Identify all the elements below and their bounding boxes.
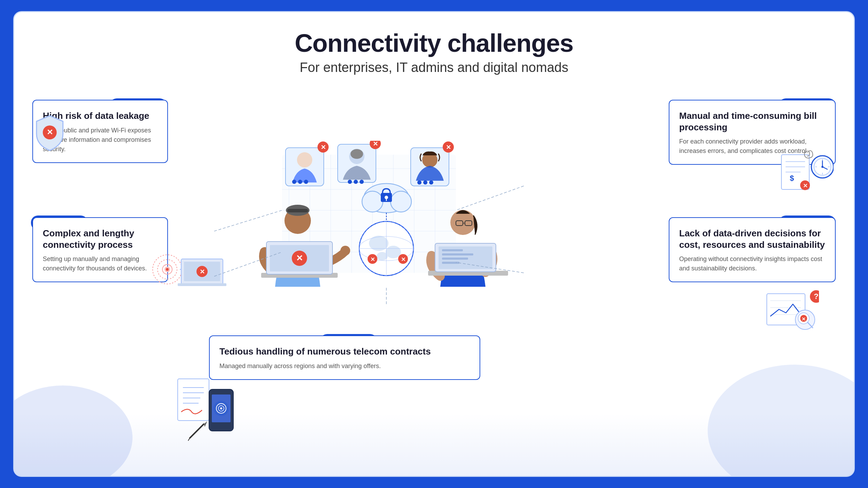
svg-point-80	[360, 180, 364, 184]
svg-rect-126	[442, 253, 473, 255]
svg-point-103	[385, 196, 388, 199]
svg-text:✕: ✕	[446, 144, 451, 151]
svg-rect-13	[178, 379, 209, 421]
svg-line-26	[188, 438, 190, 441]
challenge-2-desc: Setting up manually and managing connect…	[43, 254, 158, 273]
svg-point-69	[297, 152, 312, 168]
challenge-3-box: Tedious handling of numerous telecom con…	[209, 335, 480, 380]
page-title: Connectivity challenges	[295, 29, 573, 57]
challenge-3-desc: Managed manually across regions and with…	[219, 361, 470, 371]
svg-text:✕: ✕	[47, 128, 53, 137]
svg-point-72	[292, 180, 296, 184]
bill-clock-illustration: $ ✕	[778, 148, 834, 194]
challenge-2-title: Complex and lengthy connectivity process	[43, 228, 158, 250]
center-illustration: ✕ ✕	[212, 141, 525, 308]
challenge-4-desc: Operating without connectivity insights …	[679, 254, 825, 273]
challenge-4-title: Lack of data-driven decisions for cost, …	[679, 228, 825, 250]
svg-point-85	[417, 180, 421, 185]
shield-illustration: ✕	[32, 113, 67, 155]
svg-point-86	[423, 180, 427, 185]
svg-point-73	[298, 180, 302, 184]
header: Connectivity challenges For enterprises,…	[295, 12, 573, 75]
svg-point-49	[821, 166, 823, 168]
page-subtitle: For enterprises, IT admins and digital n…	[295, 60, 573, 75]
svg-point-101	[391, 191, 411, 212]
svg-point-74	[304, 180, 308, 184]
svg-text:✕: ✕	[321, 144, 326, 151]
svg-rect-127	[442, 258, 468, 260]
phone-contract-illustration	[171, 375, 247, 446]
svg-point-87	[429, 180, 433, 185]
chart-illustration: ✕ ?	[763, 290, 819, 337]
svg-line-131	[456, 186, 524, 210]
main-content: Challenge 1 High risk of data leakage Us…	[14, 82, 854, 476]
svg-text:$: $	[790, 174, 794, 182]
svg-point-77	[351, 149, 363, 159]
svg-rect-125	[442, 249, 463, 251]
svg-line-24	[190, 424, 204, 438]
svg-point-23	[220, 407, 222, 409]
svg-line-129	[214, 210, 282, 231]
svg-text:?: ?	[814, 292, 818, 301]
svg-marker-25	[204, 421, 207, 427]
svg-point-108	[386, 246, 401, 258]
svg-text:✕: ✕	[370, 257, 375, 262]
svg-rect-92	[287, 209, 308, 212]
svg-text:✕: ✕	[802, 316, 806, 322]
svg-point-109	[377, 252, 388, 260]
svg-point-78	[348, 180, 352, 184]
svg-text:✕: ✕	[373, 141, 378, 147]
svg-rect-128	[442, 262, 459, 264]
svg-text:✕: ✕	[296, 253, 303, 263]
svg-point-100	[362, 191, 383, 212]
svg-text:✕: ✕	[803, 183, 807, 189]
main-frame: Connectivity challenges For enterprises,…	[13, 11, 855, 477]
challenge-5-title: Manual and time-consuming bill processin…	[679, 110, 825, 133]
challenge-4-box: Lack of data-driven decisions for cost, …	[669, 217, 836, 282]
challenge-3-title: Tedious handling of numerous telecom con…	[219, 346, 470, 357]
svg-point-93	[340, 246, 350, 255]
svg-text:✕: ✕	[401, 257, 405, 262]
svg-point-6	[166, 268, 169, 271]
svg-point-79	[354, 180, 358, 184]
svg-text:✕: ✕	[200, 268, 205, 275]
